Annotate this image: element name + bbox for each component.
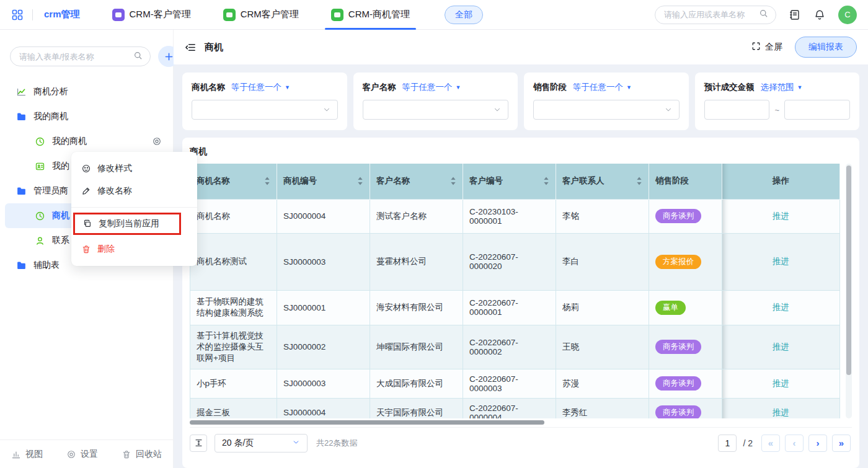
total-count: 共22条数据 <box>316 438 357 449</box>
apps-grid-icon[interactable] <box>11 9 24 21</box>
table-row-2[interactable]: 基于物联网的建筑结构健康检测系统SJ0000001海安材料有限公司C-20220… <box>190 290 840 325</box>
col-header-4[interactable]: 客户联系人 <box>556 164 649 199</box>
global-search[interactable] <box>655 6 776 24</box>
col-header-label: 商机编号 <box>283 175 317 187</box>
table-row-0[interactable]: 商机名称SJ0000004测试客户名称C-20230103-0000001李铭商… <box>190 199 840 233</box>
table-row-1[interactable]: 商机名称测试SJ0000003蔓霍材料公司C-20220607-0000020李… <box>190 233 840 290</box>
advance-link[interactable]: 推进 <box>773 302 789 312</box>
range-max-input[interactable] <box>784 100 850 120</box>
report-body: 商机名称等于任意一个▼客户名称等于任意一个▼销售阶段等于任意一个▼预计成交金额选… <box>174 64 868 468</box>
top-bar: crm管理 CRM-客户管理CRM客户管理CRM-商机管理 全部 C <box>0 0 868 30</box>
tree-item-1[interactable]: 我的商机 <box>5 104 168 129</box>
table-row-3[interactable]: 基于计算机视觉技术的监控摄像头互联网+项目SJ0000002坤曜国际有限公司C-… <box>190 325 840 369</box>
page-size-select[interactable]: 20 条/页 <box>215 434 308 453</box>
vertical-scrollbar[interactable] <box>846 164 852 418</box>
form-search-input[interactable] <box>18 51 130 62</box>
cell-customer-name: 海安材料有限公司 <box>370 290 463 325</box>
filter-select[interactable] <box>192 100 338 120</box>
sidebar-footer-0[interactable]: 视图 <box>11 449 43 460</box>
gear-icon <box>66 449 76 459</box>
sort-icon[interactable] <box>543 177 549 185</box>
filter-operator-dropdown[interactable]: 等于任意一个▼ <box>573 82 632 93</box>
horizontal-scrollbar[interactable] <box>190 420 852 426</box>
context-menu-item-2[interactable]: 复制到当前应用 <box>73 213 181 235</box>
context-menu-item-1[interactable]: 修改名称 <box>71 180 197 202</box>
cell-sales-stage: 方案报价 <box>649 233 722 290</box>
advance-link[interactable]: 推进 <box>773 211 789 221</box>
col-header-label: 商机名称 <box>197 175 230 187</box>
table-row-4[interactable]: 小p手环SJ0000003大成国际有限公司C-20220607-0000003苏… <box>190 369 840 398</box>
filter-operator-dropdown[interactable]: 选择范围▼ <box>761 82 803 93</box>
advance-link[interactable]: 推进 <box>773 342 789 351</box>
sidebar-footer-label: 回收站 <box>136 449 162 460</box>
advance-link[interactable]: 推进 <box>773 408 789 417</box>
filter-operator-label: 等于任意一个 <box>231 82 281 93</box>
context-menu-item-3[interactable]: 删除 <box>71 238 197 260</box>
app-tab-0[interactable]: CRM-客户管理 <box>112 0 191 30</box>
cell-customer-contact: 苏漫 <box>556 369 649 398</box>
col-header-2[interactable]: 客户名称 <box>370 164 463 199</box>
col-header-3[interactable]: 客户编号 <box>463 164 556 199</box>
cell-opportunity-code: SJ0000004 <box>277 199 370 233</box>
all-apps-badge[interactable]: 全部 <box>445 6 483 24</box>
sidebar-footer-2[interactable]: 回收站 <box>122 449 162 460</box>
context-menu-label: 删除 <box>97 244 115 255</box>
table-row-5[interactable]: 掘金三板SJ0000004天宇国际有限公司C-20220607-0000004李… <box>190 398 840 418</box>
tree-item-2[interactable]: 我的商机 <box>5 129 168 154</box>
tree-item-0[interactable]: 商机分析 <box>5 79 168 104</box>
cell-customer-contact: 李白 <box>556 233 649 290</box>
sort-icon[interactable] <box>636 177 642 185</box>
col-header-0[interactable]: 商机名称 <box>190 164 277 199</box>
chart-line-icon <box>16 87 27 97</box>
cell-actions: 推进 <box>722 398 840 418</box>
app-tab-1[interactable]: CRM客户管理 <box>223 0 299 30</box>
sort-icon[interactable] <box>450 177 456 185</box>
table-wrap: 商机名称商机编号客户名称客户编号客户联系人销售阶段操作商机名称SJ0000004… <box>190 164 852 418</box>
cell-opportunity-code: SJ0000003 <box>277 369 370 398</box>
collapse-sidebar-icon[interactable] <box>185 42 197 53</box>
cell-customer-name: 天宇国际有限公司 <box>370 398 463 418</box>
cell-opportunity-name: 基于物联网的建筑结构健康检测系统 <box>190 290 277 325</box>
avatar[interactable]: C <box>838 6 857 24</box>
app-icon <box>112 9 125 21</box>
workspace-name[interactable]: crm管理 <box>44 9 80 20</box>
sort-icon[interactable] <box>264 177 270 185</box>
global-search-input[interactable] <box>663 9 755 20</box>
col-header-1[interactable]: 商机编号 <box>277 164 370 199</box>
prev-page-button[interactable]: ‹ <box>785 435 804 452</box>
advance-link[interactable]: 推进 <box>773 257 789 266</box>
filter-operator-dropdown[interactable]: 等于任意一个▼ <box>402 82 461 93</box>
filter-label: 销售阶段 <box>533 82 567 93</box>
last-page-button[interactable]: » <box>832 435 851 452</box>
advance-link[interactable]: 推进 <box>773 379 789 388</box>
current-page-input[interactable]: 1 <box>718 435 737 452</box>
sidebar-footer-label: 设置 <box>81 449 98 460</box>
app-tabs: CRM-客户管理CRM客户管理CRM-商机管理 <box>112 0 442 30</box>
filter-select[interactable] <box>533 100 680 120</box>
app-tab-2[interactable]: CRM-商机管理 <box>331 0 410 30</box>
cell-actions: 推进 <box>722 199 840 233</box>
range-min-input[interactable] <box>704 100 770 120</box>
row-height-button[interactable] <box>190 435 207 452</box>
stage-badge: 方案报价 <box>655 255 701 269</box>
cell-customer-name: 测试客户名称 <box>370 199 463 233</box>
filter-row: 商机名称等于任意一个▼客户名称等于任意一个▼销售阶段等于任意一个▼预计成交金额选… <box>182 73 859 130</box>
filter-card-3: 预计成交金额选择范围▼~ <box>695 73 860 130</box>
filter-operator-dropdown[interactable]: 等于任意一个▼ <box>231 82 290 93</box>
form-search[interactable] <box>10 46 151 66</box>
edit-report-button[interactable]: 编辑报表 <box>795 37 857 58</box>
bell-icon[interactable] <box>813 9 826 21</box>
next-page-button[interactable]: › <box>808 435 827 452</box>
context-menu-label: 修改名称 <box>97 185 132 196</box>
address-book-icon[interactable] <box>789 9 801 21</box>
first-page-button[interactable]: « <box>761 435 780 452</box>
fullscreen-button[interactable]: 全屏 <box>751 42 782 53</box>
cell-opportunity-code: SJ0000004 <box>277 398 370 418</box>
filter-select[interactable] <box>363 100 509 120</box>
sidebar-footer-1[interactable]: 设置 <box>66 449 98 460</box>
col-header-5: 销售阶段 <box>649 164 722 199</box>
sort-icon[interactable] <box>357 177 363 185</box>
context-menu-item-0[interactable]: 修改样式 <box>71 157 197 180</box>
cell-opportunity-code: SJ0000003 <box>277 233 370 290</box>
item-settings-icon[interactable] <box>152 136 162 146</box>
